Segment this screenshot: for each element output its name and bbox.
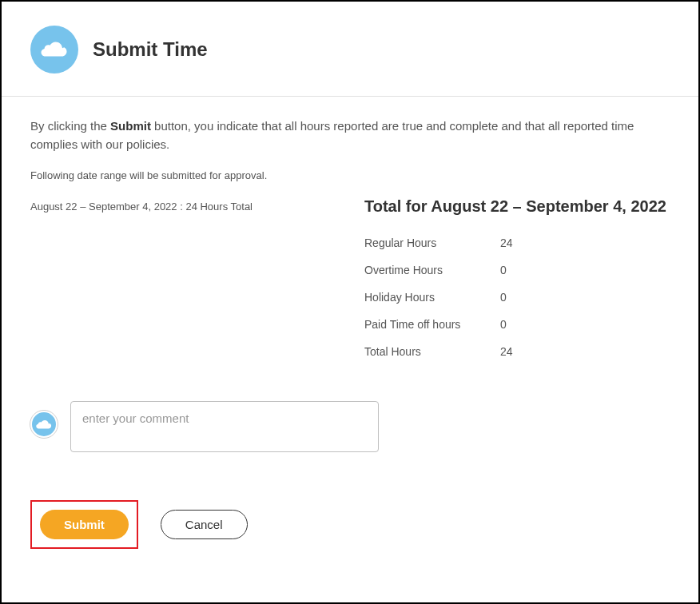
hours-label: Regular Hours [364, 236, 476, 249]
range-summary: August 22 – September 4, 2022 : 24 Hours… [30, 201, 348, 213]
cloud-icon [30, 411, 58, 438]
hours-label: Holiday Hours [364, 291, 476, 304]
hours-table: Regular Hours 24 Overtime Hours 0 Holida… [364, 236, 676, 358]
disclaimer-text: By clicking the Submit button, you indic… [30, 117, 676, 153]
hours-value: 24 [500, 345, 676, 358]
right-column: Total for August 22 – September 4, 2022 … [364, 201, 676, 358]
disclaimer-bold: Submit [110, 119, 151, 133]
hours-value: 0 [500, 291, 676, 304]
hours-value: 24 [500, 236, 676, 249]
cancel-button[interactable]: Cancel [161, 510, 248, 539]
avatar-wrap [30, 411, 58, 438]
highlight-box: Submit [30, 500, 138, 549]
header: Submit Time [2, 2, 698, 97]
content: By clicking the Submit button, you indic… [2, 97, 698, 500]
hours-label: Paid Time off hours [364, 318, 476, 331]
hours-label: Total Hours [364, 345, 476, 358]
page-title: Submit Time [93, 38, 208, 61]
comment-section [30, 401, 676, 452]
cloud-icon [30, 26, 78, 74]
disclaimer-prefix: By clicking the [30, 119, 110, 133]
button-row: Submit Cancel [2, 500, 698, 549]
summary-row: August 22 – September 4, 2022 : 24 Hours… [30, 201, 676, 358]
approval-note: Following date range will be submitted f… [30, 169, 676, 181]
hours-value: 0 [500, 264, 676, 276]
left-column: August 22 – September 4, 2022 : 24 Hours… [30, 201, 348, 358]
hours-value: 0 [500, 318, 676, 331]
totals-heading: Total for August 22 – September 4, 2022 [364, 197, 676, 216]
hours-label: Overtime Hours [364, 264, 476, 276]
comment-input[interactable] [70, 401, 379, 452]
submit-button[interactable]: Submit [40, 510, 129, 539]
